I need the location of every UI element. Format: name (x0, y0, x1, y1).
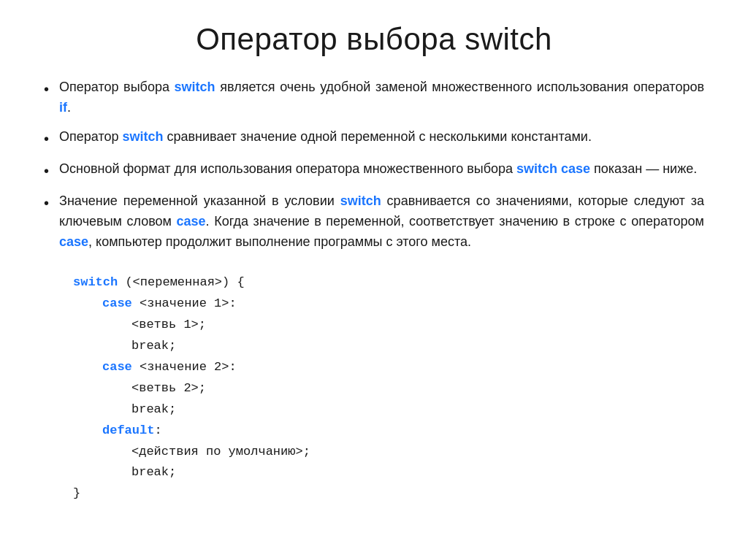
code-line-4: break; (131, 336, 704, 357)
keyword-case: case (59, 234, 88, 249)
keyword-case: case (561, 161, 590, 176)
code-block: switch (<переменная>) {case <значение 1>… (73, 272, 704, 505)
bullet-item-1: Оператор выбора switch является очень уд… (44, 77, 704, 118)
code-line-8: default: (102, 421, 704, 442)
bullet-item-2: Оператор switch сравнивает значение одно… (44, 127, 704, 150)
code-line-11: } (73, 483, 704, 505)
code-line-6: <ветвь 2>; (131, 378, 704, 399)
keyword-if: if (59, 100, 67, 115)
bullet-list: Оператор выбора switch является очень уд… (44, 77, 704, 252)
keyword-switch: switch (175, 80, 215, 94)
keyword-switch: switch (516, 161, 557, 176)
bullet-item-4: Значение переменной указанной в условии … (44, 191, 704, 253)
bullet-item-3: Основной формат для использования операт… (44, 159, 704, 183)
page-title: Оператор выбора switch (44, 22, 704, 57)
keyword-case: case (177, 214, 206, 229)
code-line-5: case <значение 2>: (102, 357, 704, 378)
code-line-1: switch (<переменная>) { (73, 272, 704, 294)
code-line-10: break; (131, 462, 704, 483)
code-keyword: switch (73, 275, 118, 289)
keyword-switch: switch (340, 193, 381, 208)
code-keyword: default (102, 423, 154, 437)
code-line-3: <ветвь 1>; (131, 315, 704, 336)
keyword-switch: switch (122, 129, 163, 144)
code-keyword: case (102, 360, 132, 374)
code-keyword: case (102, 296, 132, 310)
code-line-7: break; (131, 399, 704, 421)
code-line-2: case <значение 1>: (102, 294, 704, 315)
code-line-9: <действия по умолчанию>; (131, 442, 704, 463)
